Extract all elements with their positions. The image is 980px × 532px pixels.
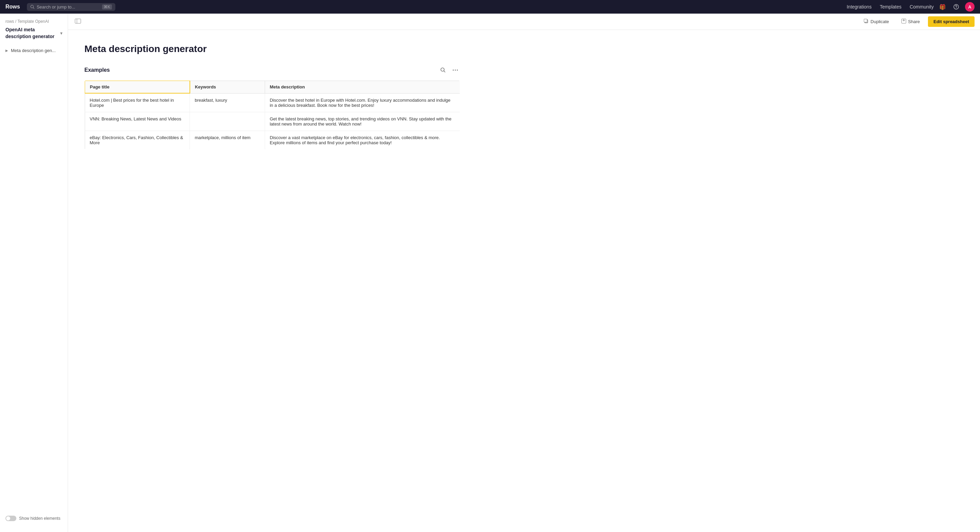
cell-keywords-3[interactable]: marketplace, millions of item xyxy=(190,131,265,150)
search-icon xyxy=(30,5,35,9)
svg-point-9 xyxy=(453,70,454,71)
show-hidden-label: Show hidden elements xyxy=(19,516,60,521)
page-title: Meta description generator xyxy=(84,43,460,54)
table-row: VNN: Breaking News, Latest News and Vide… xyxy=(85,112,460,131)
toggle-knob xyxy=(6,516,10,521)
nav-templates[interactable]: Templates xyxy=(880,4,901,10)
search-button[interactable] xyxy=(438,65,448,75)
cell-keywords-2[interactable] xyxy=(190,112,265,131)
sidebar-item-meta-desc[interactable]: ▶ Meta description gen... xyxy=(0,45,68,56)
svg-rect-6 xyxy=(864,19,867,22)
nav-integrations[interactable]: Integrations xyxy=(846,4,872,10)
duplicate-button[interactable]: Duplicate xyxy=(859,17,893,27)
more-options-button[interactable] xyxy=(450,65,460,75)
help-icon[interactable] xyxy=(951,2,961,11)
arrow-right-icon: ▶ xyxy=(5,49,8,52)
breadcrumb: rows / Template OpenAI xyxy=(0,19,68,27)
chevron-down-icon[interactable]: ▾ xyxy=(60,31,62,36)
cell-page-title-3[interactable]: eBay: Electronics, Cars, Fashion, Collec… xyxy=(85,131,190,150)
cell-meta-desc-1: Discover the best hotel in Europe with H… xyxy=(265,93,460,112)
app-logo[interactable]: Rows xyxy=(5,4,20,10)
table-body: Hotel.com | Best prices for the best hot… xyxy=(85,93,460,150)
toggle-sidebar-button[interactable] xyxy=(73,17,82,27)
col-header-keywords[interactable]: Keywords xyxy=(190,81,265,93)
sidebar-title-text: OpenAI meta description generator xyxy=(5,27,60,40)
sidebar-item-label: Meta description gen... xyxy=(11,48,56,53)
cell-meta-desc-3: Discover a vast marketplace on eBay for … xyxy=(265,131,460,150)
sidebar-footer: Show hidden elements xyxy=(0,510,68,527)
svg-point-10 xyxy=(455,70,456,71)
section-header: Examples xyxy=(84,65,460,75)
cell-keywords-1[interactable]: breakfast, luxury xyxy=(190,93,265,112)
nav-icons: 🎁 A xyxy=(938,2,975,11)
nav-community[interactable]: Community xyxy=(910,4,934,10)
share-button[interactable]: Share xyxy=(897,17,924,27)
table-header: Page title Keywords Meta description xyxy=(85,81,460,93)
section-title: Examples xyxy=(84,67,438,73)
gift-icon[interactable]: 🎁 xyxy=(938,2,947,11)
cell-meta-desc-2: Get the latest breaking news, top storie… xyxy=(265,112,460,131)
share-icon xyxy=(901,19,906,24)
duplicate-label: Duplicate xyxy=(870,19,889,24)
user-avatar[interactable]: A xyxy=(965,2,975,11)
top-nav: Rows Search or jump to... ⌘K Integration… xyxy=(0,0,980,14)
table-row: Hotel.com | Best prices for the best hot… xyxy=(85,93,460,112)
col-header-page-title[interactable]: Page title xyxy=(85,81,190,93)
breadcrumb-template[interactable]: Template OpenAI xyxy=(18,19,49,24)
table-row: eBay: Electronics, Cars, Fashion, Collec… xyxy=(85,131,460,150)
col-header-meta-desc[interactable]: Meta description xyxy=(265,81,460,93)
nav-links: Integrations Templates Community xyxy=(846,4,934,10)
svg-point-11 xyxy=(457,70,458,71)
app-layout: rows / Template OpenAI OpenAI meta descr… xyxy=(0,14,980,532)
svg-rect-3 xyxy=(75,19,81,24)
duplicate-icon xyxy=(864,19,869,24)
hidden-elements-toggle[interactable] xyxy=(5,516,16,521)
cell-page-title-1[interactable]: Hotel.com | Best prices for the best hot… xyxy=(85,93,190,112)
search-kbd: ⌘K xyxy=(102,5,111,10)
sidebar-app-title: OpenAI meta description generator ▾ xyxy=(0,27,68,45)
svg-point-2 xyxy=(956,8,956,8)
section-actions xyxy=(438,65,460,75)
table-header-row: Page title Keywords Meta description xyxy=(85,81,460,93)
share-label: Share xyxy=(908,19,920,24)
cell-page-title-2[interactable]: VNN: Breaking News, Latest News and Vide… xyxy=(85,112,190,131)
sidebar: rows / Template OpenAI OpenAI meta descr… xyxy=(0,14,68,532)
breadcrumb-rows[interactable]: rows xyxy=(5,19,14,24)
examples-table: Page title Keywords Meta description Hot… xyxy=(84,80,460,150)
main-toolbar: Duplicate Share Edit spreadsheet xyxy=(68,14,980,30)
main-content: Duplicate Share Edit spreadsheet Meta de… xyxy=(68,14,980,532)
edit-spreadsheet-button[interactable]: Edit spreadsheet xyxy=(928,16,975,27)
page-body: Meta description generator Examples xyxy=(68,30,476,163)
search-placeholder: Search or jump to... xyxy=(37,5,75,10)
search-bar[interactable]: Search or jump to... ⌘K xyxy=(27,3,115,11)
